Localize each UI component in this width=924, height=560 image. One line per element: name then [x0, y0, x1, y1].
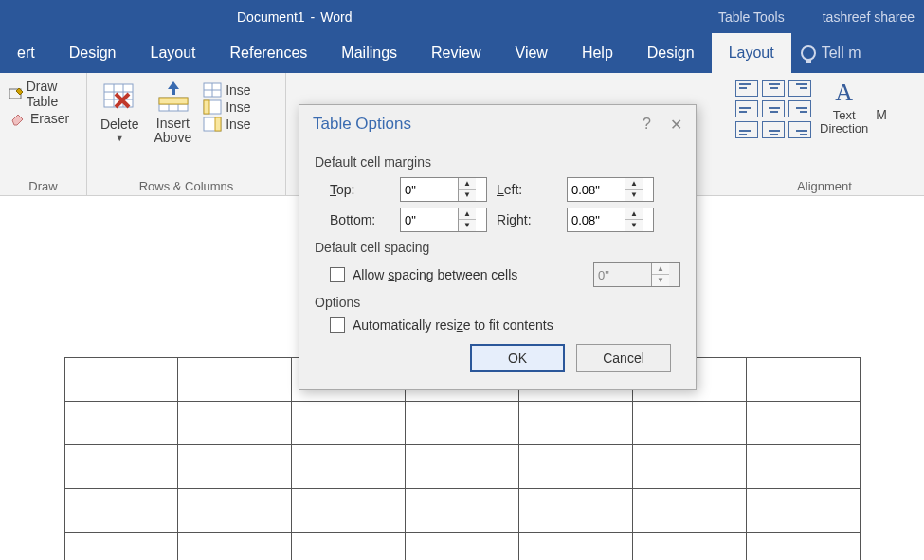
svg-rect-15: [204, 100, 209, 114]
doc-name: Document1: [237, 9, 305, 25]
group-label-rows-columns: Rows & Columns: [97, 177, 276, 193]
tab-view[interactable]: View: [498, 33, 565, 73]
delete-table-icon: [102, 81, 136, 115]
cell-margins-button[interactable]: M: [876, 79, 887, 122]
eraser-icon: [9, 111, 27, 126]
tab-table-layout[interactable]: Layout: [712, 33, 791, 73]
text-direction-icon: A: [835, 79, 853, 107]
section-options: Options: [315, 295, 680, 310]
tab-design[interactable]: Design: [52, 33, 134, 73]
dialog-title: Table Options: [313, 115, 411, 134]
insert-right-button[interactable]: Inse: [203, 117, 250, 132]
tab-layout[interactable]: Layout: [133, 33, 212, 73]
spinner-spacing: ▲▼: [593, 262, 680, 287]
section-default-margins: Default cell margins: [315, 154, 680, 170]
spinner-right[interactable]: ▲▼: [567, 208, 654, 232]
insert-above-button[interactable]: InsertAbove: [150, 79, 195, 148]
close-icon[interactable]: ✕: [670, 116, 682, 134]
grid-icon: [203, 99, 222, 115]
label-allow-spacing: Allow spacing between cells: [353, 267, 517, 282]
tab-table-design[interactable]: Design: [630, 33, 712, 73]
section-default-spacing: Default cell spacing: [315, 240, 680, 255]
label-auto-resize: Automatically resize to fit contents: [353, 317, 553, 333]
app-name: Word: [320, 9, 352, 25]
ribbon-tabs: ert Design Layout References Mailings Re…: [0, 33, 924, 73]
svg-rect-10: [159, 98, 188, 104]
checkbox-allow-spacing[interactable]: [330, 267, 345, 282]
cell-alignment-grid[interactable]: [734, 79, 812, 139]
tab-help[interactable]: Help: [565, 33, 630, 73]
tab-insert[interactable]: ert: [0, 33, 52, 73]
pencil-icon: [9, 86, 23, 101]
label-left: Left:: [497, 182, 557, 197]
draw-table-button[interactable]: Draw Table: [9, 79, 77, 109]
grid-icon: [203, 117, 222, 132]
checkbox-auto-resize[interactable]: [330, 317, 345, 333]
table-options-dialog: Table Options ? ✕ Default cell margins T…: [299, 104, 697, 390]
tab-references[interactable]: References: [213, 33, 325, 73]
title-bar: Document1 - Word Table Tools tashreef sh…: [0, 0, 924, 33]
tab-review[interactable]: Review: [414, 33, 498, 73]
group-label-alignment: Alignment: [734, 177, 915, 193]
help-icon[interactable]: ?: [643, 116, 651, 134]
spinner-top[interactable]: ▲▼: [400, 177, 487, 202]
spinner-bottom[interactable]: ▲▼: [400, 208, 487, 232]
delete-button[interactable]: Delete ▼: [97, 79, 142, 145]
group-label-draw: Draw: [9, 177, 77, 193]
label-bottom: Bottom:: [330, 212, 390, 227]
chevron-down-icon: ▼: [116, 134, 124, 143]
grid-icon: [203, 82, 222, 98]
tell-me[interactable]: Tell m: [791, 33, 871, 73]
insert-above-icon: [155, 81, 190, 115]
spinner-left[interactable]: ▲▼: [567, 177, 654, 202]
lightbulb-icon: [801, 45, 816, 61]
label-right: Right:: [497, 212, 557, 227]
svg-rect-17: [215, 117, 221, 131]
eraser-button[interactable]: Eraser: [9, 111, 77, 126]
label-top: Top:: [330, 182, 390, 197]
insert-left-button[interactable]: Inse: [203, 99, 250, 115]
cancel-button[interactable]: Cancel: [576, 344, 671, 372]
insert-below-button[interactable]: Inse: [203, 82, 250, 98]
contextual-tab-label: Table Tools: [690, 9, 813, 25]
user-name: tashreef sharee: [813, 9, 924, 25]
tab-mailings[interactable]: Mailings: [324, 33, 414, 73]
text-direction-button[interactable]: A TextDirection: [820, 79, 868, 136]
ok-button[interactable]: OK: [470, 344, 565, 372]
